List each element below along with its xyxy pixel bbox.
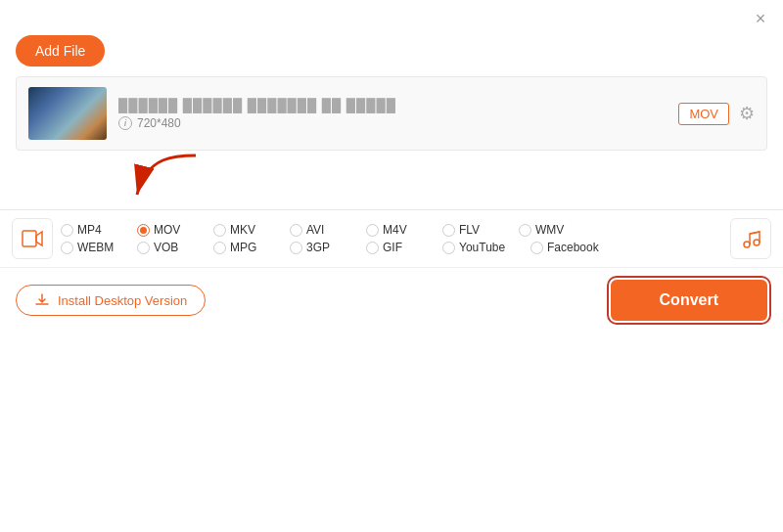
label-webm: WEBM — [77, 241, 114, 254]
label-mp4: MP4 — [77, 223, 102, 237]
file-info: ██████ ██████ ███████ ██ █████ i 720*480 — [118, 98, 667, 130]
radio-mpg[interactable] — [213, 242, 226, 254]
label-mpg: MPG — [230, 241, 256, 254]
file-item: ██████ ██████ ███████ ██ █████ i 720*480… — [17, 77, 766, 150]
file-name: ██████ ██████ ███████ ██ █████ — [118, 98, 667, 112]
label-mov: MOV — [154, 223, 180, 237]
download-icon — [34, 292, 50, 308]
close-button[interactable]: × — [752, 10, 769, 27]
format-selector: MP4 MOV MKV AVI M4V FLV — [0, 209, 783, 267]
label-wmv: WMV — [535, 223, 564, 237]
info-icon: i — [118, 116, 132, 130]
radio-facebook[interactable] — [530, 242, 543, 254]
svg-rect-1 — [23, 231, 36, 246]
file-list: ██████ ██████ ███████ ██ █████ i 720*480… — [16, 76, 767, 151]
radio-flv[interactable] — [442, 224, 455, 237]
radio-mkv[interactable] — [213, 224, 226, 237]
radio-3gp[interactable] — [290, 242, 302, 254]
format-option-webm[interactable]: WEBM — [61, 241, 137, 254]
file-thumbnail — [28, 87, 107, 140]
file-resolution: 720*480 — [137, 116, 181, 130]
format-option-flv[interactable]: FLV — [442, 223, 519, 237]
file-meta: i 720*480 — [118, 116, 667, 130]
format-option-3gp[interactable]: 3GP — [290, 241, 366, 254]
arrow-area — [0, 151, 783, 209]
radio-gif[interactable] — [366, 242, 379, 254]
video-type-icon[interactable] — [12, 218, 53, 259]
format-option-wmv[interactable]: WMV — [519, 223, 595, 237]
svg-point-3 — [754, 240, 760, 245]
label-3gp: 3GP — [306, 241, 330, 254]
bottom-bar: Install Desktop Version Convert — [0, 267, 783, 332]
format-option-vob[interactable]: VOB — [137, 241, 213, 254]
radio-mp4[interactable] — [61, 224, 73, 237]
audio-type-icon[interactable] — [730, 218, 771, 259]
add-file-button[interactable]: Add File — [16, 35, 105, 66]
format-option-m4v[interactable]: M4V — [366, 223, 442, 237]
radio-vob[interactable] — [137, 242, 150, 254]
format-option-avi[interactable]: AVI — [290, 223, 366, 237]
radio-mov[interactable] — [137, 224, 150, 237]
install-desktop-button[interactable]: Install Desktop Version — [16, 285, 206, 316]
arrow-indicator — [117, 151, 215, 209]
title-bar: × — [0, 0, 783, 31]
format-option-mov[interactable]: MOV — [137, 223, 213, 237]
install-label: Install Desktop Version — [58, 293, 187, 308]
radio-avi[interactable] — [290, 224, 302, 237]
toolbar: Add File — [0, 31, 783, 76]
svg-point-2 — [744, 242, 750, 247]
format-option-gif[interactable]: GIF — [366, 241, 442, 254]
format-option-mp4[interactable]: MP4 — [61, 223, 137, 237]
thumbnail-image — [28, 87, 107, 140]
label-flv: FLV — [459, 223, 480, 237]
label-vob: VOB — [154, 241, 178, 254]
format-option-mkv[interactable]: MKV — [213, 223, 290, 237]
label-facebook: Facebook — [547, 241, 599, 254]
radio-webm[interactable] — [61, 242, 73, 254]
format-option-facebook[interactable]: Facebook — [530, 241, 619, 254]
label-avi: AVI — [306, 223, 324, 237]
label-mkv: MKV — [230, 223, 255, 237]
file-actions: MOV ⚙ — [678, 103, 755, 125]
label-gif: GIF — [383, 241, 402, 254]
label-youtube: YouTube — [459, 241, 505, 254]
svg-line-4 — [750, 232, 760, 234]
radio-m4v[interactable] — [366, 224, 379, 237]
format-option-youtube[interactable]: YouTube — [442, 241, 530, 254]
radio-wmv[interactable] — [519, 224, 531, 237]
convert-button[interactable]: Convert — [611, 280, 767, 321]
format-badge[interactable]: MOV — [678, 103, 729, 125]
radio-youtube[interactable] — [442, 242, 455, 254]
settings-icon[interactable]: ⚙ — [739, 103, 755, 124]
format-option-mpg[interactable]: MPG — [213, 241, 290, 254]
format-options-grid: MP4 MOV MKV AVI M4V FLV — [61, 223, 722, 254]
label-m4v: M4V — [383, 223, 407, 237]
